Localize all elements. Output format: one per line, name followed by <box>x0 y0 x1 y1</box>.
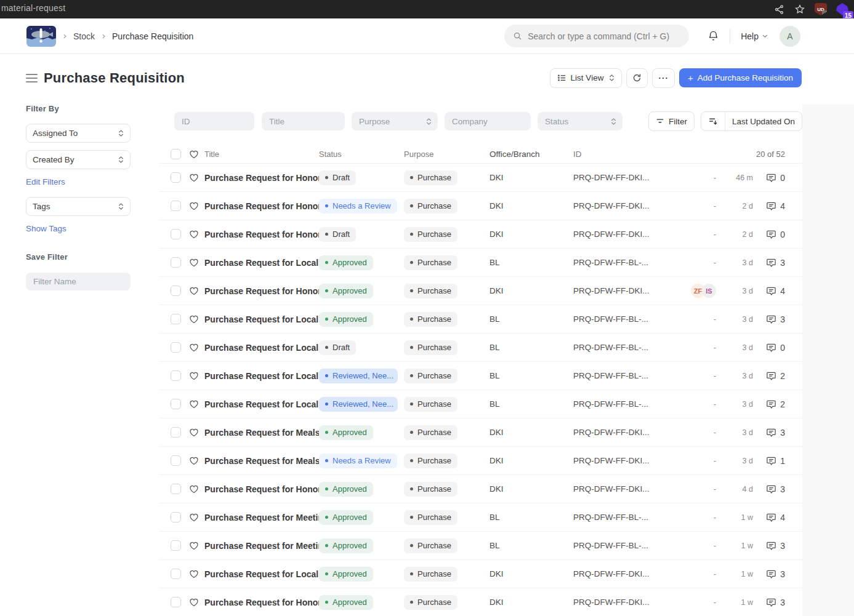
assigned-to-select[interactable]: Assigned To <box>26 124 131 143</box>
global-search[interactable] <box>504 25 689 47</box>
table-row[interactable]: Purchase Request for Local T Approved Pu… <box>159 249 802 277</box>
status-filter-select[interactable]: Status <box>538 112 622 130</box>
row-id[interactable]: PRQ-DFW-FF-BL-... <box>573 314 652 324</box>
menu-icon[interactable] <box>26 74 38 82</box>
extension-ud-icon[interactable]: UD 1 <box>815 3 827 15</box>
heart-icon[interactable] <box>189 428 199 437</box>
row-id[interactable]: PRQ-DFW-FF-DKI... <box>573 173 652 182</box>
row-id[interactable]: PRQ-DFW-FF-BL-... <box>573 371 652 380</box>
table-row[interactable]: Purchase Request for Honora Draft Purcha… <box>159 220 802 249</box>
filter-button[interactable]: Filter <box>648 111 695 131</box>
row-checkbox[interactable] <box>171 286 181 296</box>
list-view-button[interactable]: List View <box>550 68 622 88</box>
more-options-button[interactable]: ··· <box>652 68 675 88</box>
table-row[interactable]: Purchase Request for Meals Needs a Revie… <box>159 447 802 475</box>
app-logo[interactable] <box>26 26 56 47</box>
row-checkbox[interactable] <box>171 399 181 409</box>
row-checkbox[interactable] <box>171 201 181 211</box>
row-checkbox[interactable] <box>171 512 181 522</box>
row-checkbox[interactable] <box>171 172 181 183</box>
heart-icon[interactable] <box>189 513 199 522</box>
add-purchase-requisition-button[interactable]: + Add Purchase Requisition <box>679 68 802 87</box>
row-title[interactable]: Purchase Request for Honora <box>204 598 319 607</box>
row-id[interactable]: PRQ-DFW-FF-BL-... <box>573 399 652 409</box>
heart-icon[interactable] <box>189 371 199 380</box>
row-checkbox[interactable] <box>171 455 181 466</box>
purpose-filter-select[interactable]: Purpose <box>352 112 438 130</box>
notifications-bell-icon[interactable] <box>707 30 719 42</box>
row-title[interactable]: Purchase Request for Local T <box>204 258 319 268</box>
table-row[interactable]: Purchase Request for Honora Approved Pur… <box>159 277 802 305</box>
row-title[interactable]: Purchase Request for Honora <box>204 286 319 296</box>
row-id[interactable]: PRQ-DFW-FF-DKI... <box>573 286 652 295</box>
row-checkbox[interactable] <box>171 569 181 579</box>
heart-icon[interactable] <box>189 230 199 239</box>
select-all-checkbox[interactable] <box>171 149 181 159</box>
extension-purple-icon[interactable]: 15 <box>836 2 849 16</box>
row-id[interactable]: PRQ-DFW-FF-DKI... <box>573 428 652 437</box>
table-row[interactable]: Purchase Request for Local T Reviewed, N… <box>159 362 802 390</box>
heart-icon[interactable] <box>189 258 199 267</box>
row-checkbox[interactable] <box>171 257 181 268</box>
edit-filters-link[interactable]: Edit Filters <box>26 177 65 186</box>
heart-icon[interactable] <box>189 456 199 465</box>
table-row[interactable]: Purchase Request for Honora Draft Purcha… <box>159 164 802 192</box>
row-id[interactable]: PRQ-DFW-FF-DKI... <box>573 456 652 465</box>
row-title[interactable]: Purchase Request for Local T <box>204 371 319 381</box>
table-row[interactable]: Purchase Request for Meals Approved Purc… <box>159 418 802 447</box>
row-id[interactable]: PRQ-DFW-FF-DKI... <box>573 569 652 578</box>
row-title[interactable]: Purchase Request for Meals <box>204 428 319 438</box>
row-checkbox[interactable] <box>171 342 181 353</box>
heart-icon[interactable] <box>189 484 199 494</box>
sort-direction-button[interactable] <box>701 112 725 130</box>
header-id[interactable]: ID <box>573 150 652 159</box>
header-purpose[interactable]: Purpose <box>404 150 488 159</box>
table-row[interactable]: Purchase Request for Local T Draft Purch… <box>159 334 802 362</box>
company-filter-input[interactable] <box>445 112 531 130</box>
row-id[interactable]: PRQ-DFW-FF-BL-... <box>573 513 652 522</box>
row-checkbox[interactable] <box>171 597 181 607</box>
assignee-avatar[interactable]: IS <box>702 284 716 298</box>
row-checkbox[interactable] <box>171 314 181 324</box>
row-id[interactable]: PRQ-DFW-FF-BL-... <box>573 258 652 267</box>
row-checkbox[interactable] <box>171 427 181 438</box>
breadcrumb-stock[interactable]: Stock <box>73 31 95 41</box>
header-office-branch[interactable]: Office/Branch <box>488 150 573 159</box>
row-checkbox[interactable] <box>171 370 181 381</box>
row-title[interactable]: Purchase Request for Local T <box>204 569 319 579</box>
row-checkbox[interactable] <box>171 229 181 239</box>
heart-icon[interactable] <box>189 343 199 352</box>
table-row[interactable]: Purchase Request for Meetin Approved Pur… <box>159 532 802 560</box>
table-row[interactable]: Purchase Request for Honora Needs a Revi… <box>159 192 802 220</box>
row-id[interactable]: PRQ-DFW-FF-DKI... <box>573 230 652 239</box>
table-row[interactable]: Purchase Request for Honora Approved Pur… <box>159 475 802 503</box>
heart-icon[interactable] <box>189 314 199 324</box>
heart-icon[interactable] <box>189 399 199 409</box>
heart-icon[interactable] <box>189 173 199 182</box>
row-title[interactable]: Purchase Request for Honora <box>204 230 319 239</box>
row-title[interactable]: Purchase Request for Meals <box>204 456 319 466</box>
title-filter-input[interactable] <box>262 112 345 130</box>
result-count[interactable]: 20 of 52 <box>652 150 802 159</box>
row-title[interactable]: Purchase Request for Honora <box>204 484 319 494</box>
row-title[interactable]: Purchase Request for Local T <box>204 343 319 353</box>
heart-icon[interactable] <box>189 286 199 295</box>
row-title[interactable]: Purchase Request for Local T <box>204 314 319 324</box>
user-avatar[interactable]: A <box>779 26 800 47</box>
table-row[interactable]: Purchase Request for Local T Approved Pu… <box>159 560 802 588</box>
row-title[interactable]: Purchase Request for Meetin <box>204 513 319 522</box>
row-title[interactable]: Purchase Request for Honora <box>204 173 319 183</box>
heart-icon[interactable] <box>189 569 199 578</box>
row-id[interactable]: PRQ-DFW-FF-DKI... <box>573 598 652 607</box>
row-id[interactable]: PRQ-DFW-FF-DKI... <box>573 201 652 210</box>
header-status[interactable]: Status <box>319 150 404 159</box>
row-checkbox[interactable] <box>171 484 181 494</box>
search-input[interactable] <box>528 31 675 41</box>
row-id[interactable]: PRQ-DFW-FF-BL-... <box>573 343 652 352</box>
header-title[interactable]: Title <box>204 150 319 159</box>
table-row[interactable]: Purchase Request for Local T Reviewed, N… <box>159 390 802 418</box>
help-menu[interactable]: Help <box>741 31 768 41</box>
row-title[interactable]: Purchase Request for Meetin <box>204 541 319 551</box>
row-title[interactable]: Purchase Request for Local T <box>204 399 319 409</box>
filter-name-input[interactable] <box>26 273 131 290</box>
